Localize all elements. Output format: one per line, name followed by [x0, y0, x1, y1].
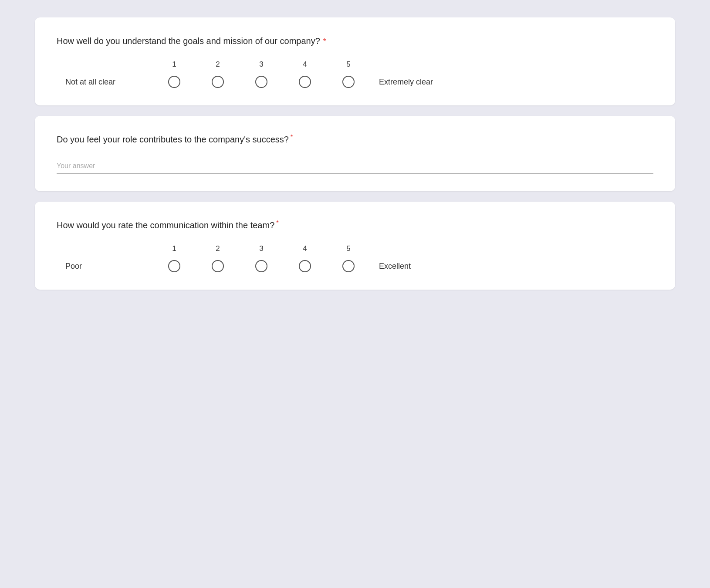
likert-radio-cell-1-1	[152, 76, 196, 88]
likert-radio-1-3[interactable]	[255, 76, 267, 88]
likert-radio-cell-3-4	[283, 260, 327, 272]
likert-number-1-3: 3	[240, 60, 283, 69]
likert-radio-cell-3-5	[327, 260, 370, 272]
likert-radios-3	[152, 260, 370, 272]
required-star-2: *	[289, 134, 293, 141]
likert-radio-cell-1-2	[196, 76, 240, 88]
likert-number-1-5: 5	[327, 60, 370, 69]
text-answer-input-2[interactable]	[57, 159, 653, 174]
likert-radio-cell-3-2	[196, 260, 240, 272]
question-card-2: Do you feel your role contributes to the…	[35, 116, 675, 191]
likert-radio-cell-1-4	[283, 76, 327, 88]
likert-scale-1: 1 2 3 4 5 Not at all clear	[57, 60, 653, 88]
likert-number-1-4: 4	[283, 60, 327, 69]
question-card-1: How well do you understand the goals and…	[35, 17, 675, 105]
likert-radio-3-3[interactable]	[255, 260, 267, 272]
likert-radio-1-1[interactable]	[168, 76, 180, 88]
question-3-text: How would you rate the communication wit…	[57, 219, 653, 231]
likert-number-1-1: 1	[152, 60, 196, 69]
likert-radio-cell-3-3	[240, 260, 283, 272]
likert-radio-3-4[interactable]	[299, 260, 311, 272]
likert-radio-3-1[interactable]	[168, 260, 180, 272]
likert-number-3-2: 2	[196, 244, 240, 253]
likert-numbers-1: 1 2 3 4 5	[152, 60, 370, 69]
likert-numbers-3: 1 2 3 4 5	[152, 244, 370, 253]
likert-scale-3: 1 2 3 4 5 Poor	[57, 244, 653, 272]
likert-numbers-row-3: 1 2 3 4 5	[65, 244, 370, 253]
likert-radios-1	[152, 76, 370, 88]
likert-number-3-4: 4	[283, 244, 327, 253]
likert-number-1-2: 2	[196, 60, 240, 69]
likert-right-label-3: Excellent	[379, 262, 411, 271]
likert-left-label-1: Not at all clear	[65, 78, 152, 87]
likert-number-3-1: 1	[152, 244, 196, 253]
likert-options-row-1: Not at all clear Extremely clear	[65, 76, 433, 88]
likert-radio-cell-1-5	[327, 76, 370, 88]
question-1-text: How well do you understand the goals and…	[57, 35, 653, 47]
likert-radio-3-5[interactable]	[342, 260, 355, 272]
likert-radio-3-2[interactable]	[212, 260, 224, 272]
likert-radio-1-2[interactable]	[212, 76, 224, 88]
required-star-1: *	[321, 37, 326, 46]
likert-radio-cell-1-3	[240, 76, 283, 88]
likert-options-row-3: Poor Excellent	[65, 260, 411, 272]
question-card-3: How would you rate the communication wit…	[35, 202, 675, 290]
likert-radio-1-4[interactable]	[299, 76, 311, 88]
likert-numbers-row-1: 1 2 3 4 5	[65, 60, 370, 69]
likert-radio-cell-3-1	[152, 260, 196, 272]
likert-right-label-1: Extremely clear	[379, 78, 433, 87]
required-star-3: *	[274, 220, 278, 226]
text-answer-container-2	[57, 159, 653, 174]
question-2-text: Do you feel your role contributes to the…	[57, 133, 653, 145]
likert-number-3-3: 3	[240, 244, 283, 253]
likert-radio-1-5[interactable]	[342, 76, 355, 88]
likert-number-3-5: 5	[327, 244, 370, 253]
likert-left-label-3: Poor	[65, 262, 152, 271]
